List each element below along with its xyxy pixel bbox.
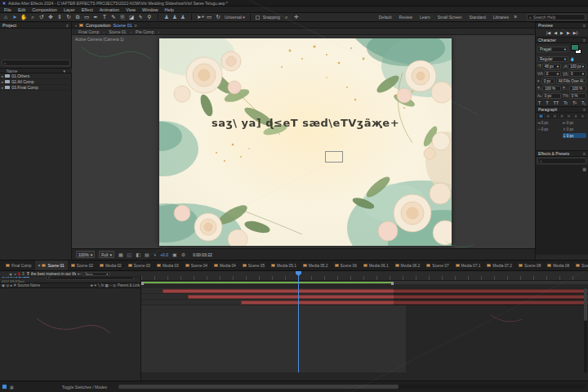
toggle-switches-modes-button[interactable]: Toggle Switches / Modes [62, 385, 107, 390]
right-indent-field[interactable]: ⇤0 px [563, 120, 586, 125]
layer-row[interactable]: ◉ ▸ 3 T the best moment in our life ♣ ⁄ … [0, 271, 141, 277]
composition-tab[interactable]: × Scene 03 [125, 261, 154, 271]
composition-tab[interactable]: × Scene 06 [332, 261, 360, 271]
region-of-interest-icon[interactable]: ▦ [118, 252, 123, 257]
align-button[interactable]: ≡ [580, 114, 586, 118]
time-ruler[interactable]: 00s10f20f01s10f20f02s10f20f03s10f20f04s1… [141, 271, 588, 281]
magnification-dropdown[interactable]: 100% ▾ [76, 251, 95, 258]
align-button[interactable]: ≡ [546, 114, 551, 118]
composition-tab[interactable]: × Media 08 [544, 261, 572, 271]
twirl-icon[interactable]: ▸ [15, 272, 16, 276]
panel-menu-icon[interactable]: ≡ [583, 38, 586, 42]
character-panel-header[interactable]: Character ≡ [536, 37, 588, 43]
timeline-track-area[interactable]: 00s10f20f01s10f20f02s10f20f03s10f20f04s1… [141, 271, 588, 381]
label-color-chip[interactable] [18, 272, 20, 276]
composition-viewport[interactable] [159, 38, 452, 246]
parent-link-dropdown[interactable]: None▾ [82, 272, 110, 276]
project-panel-tab[interactable]: Project ≡ [0, 22, 71, 29]
transport-button[interactable]: |◀ [546, 30, 550, 35]
person-tool-icon[interactable]: ♟ [172, 15, 178, 20]
expand-icon[interactable]: ✛ [293, 15, 300, 20]
workspace-tab[interactable]: Learn [420, 15, 430, 20]
breadcrumb[interactable]: Scene 01 ‹ [109, 29, 131, 34]
color-management-icon[interactable]: ◑ [154, 252, 157, 257]
tool-icon[interactable]: ↺ [38, 15, 45, 20]
snapshot-icon[interactable]: ▣ [172, 252, 177, 257]
wedding-title-text[interactable]: ѕaʒ\ ya] ɖ≤eT ѕæd\eTVʒãҗe+ [159, 117, 452, 129]
leading-field[interactable]: 100 px▾ [568, 64, 586, 69]
fill-color-swatch[interactable] [571, 44, 579, 51]
tool-icon[interactable]: ✥ [47, 15, 54, 20]
scrollbar-thumb[interactable] [118, 385, 399, 389]
composition-tab[interactable]: × Media 05.2 [300, 261, 332, 271]
tracking-field[interactable]: 0▾ [568, 71, 586, 77]
space-after-field[interactable]: ↧0 px [563, 133, 586, 138]
eyedropper-icon[interactable]: 💧 [570, 57, 575, 61]
person-tool-icon[interactable]: ♟ [180, 15, 186, 20]
space-before-field[interactable]: ↥0 px [563, 127, 586, 131]
work-area-end-handle[interactable] [391, 282, 394, 285]
composition-tab-label[interactable]: Composition [86, 23, 111, 28]
paragraph-panel-header[interactable]: Paragraph ≡ [536, 106, 588, 113]
project-search-input[interactable]: ⌕ [2, 60, 70, 66]
composition-tab[interactable]: × Media 06.1 [360, 261, 392, 271]
panel-menu-icon[interactable]: ≡ [583, 151, 586, 156]
scrollbar-thumb[interactable] [584, 288, 587, 321]
playhead[interactable] [298, 271, 299, 372]
menu-item[interactable]: Layer [64, 7, 75, 12]
project-folder-row[interactable]: ▸ 01.Others [0, 74, 72, 79]
stroke-width-field[interactable]: 0 px [541, 78, 555, 84]
tool-icon[interactable]: ▭ [83, 15, 90, 20]
composition-tab-comp-name[interactable]: Scene 01 [114, 23, 132, 28]
workspace-overflow-icon[interactable]: » [512, 15, 519, 20]
exposure-value[interactable]: +0.0 [160, 252, 168, 257]
extra-tool-icon[interactable]: ▭ [206, 15, 212, 20]
faux-style-button[interactable]: T¹ [572, 100, 577, 105]
menu-item[interactable]: Window [142, 7, 158, 12]
faux-style-button[interactable]: T [546, 100, 548, 105]
twirl-icon[interactable]: ▸ [2, 80, 3, 84]
column-options-icon[interactable]: ▾ [63, 69, 65, 74]
vertical-scale-field[interactable]: 100 % [542, 86, 561, 91]
composition-tab[interactable]: × Scene 02 [68, 261, 96, 271]
breadcrumb[interactable]: Pre Comp ‹ [136, 29, 159, 34]
tool-icon[interactable]: ⌕ [29, 15, 36, 20]
composition-tab[interactable]: × Final Comp [2, 261, 35, 271]
menu-item[interactable]: File [4, 7, 11, 12]
active-camera-label[interactable]: Active Camera (Camera 1) [75, 37, 123, 42]
panel-menu-icon[interactable]: ≡ [583, 107, 586, 112]
eye-icon[interactable]: ◉ [8, 272, 13, 276]
effects-panel-header[interactable]: Effects & Presets ≡ [536, 150, 588, 157]
composition-tab[interactable]: × Media 07.2 [483, 261, 515, 271]
composition-tab[interactable]: × Media 03 [154, 261, 182, 271]
panel-menu-icon[interactable]: ≡ [135, 23, 137, 28]
composition-tab[interactable]: × Media 07.1 [452, 261, 484, 271]
zoom-snap-icon[interactable]: ⌕ [283, 15, 290, 20]
composition-mini-icon[interactable]: ▦ [10, 385, 14, 390]
settings-icon[interactable]: ⚙ [181, 252, 185, 257]
fill-order-dropdown[interactable]: All Fills Over Al...▾ [556, 78, 586, 84]
composition-tab[interactable]: × Scene 04 [182, 261, 211, 271]
workspace-tab[interactable]: Standard [470, 15, 486, 20]
font-size-field[interactable]: 48 px▾ [542, 64, 561, 69]
horizontal-scale-field[interactable]: 100 % [569, 86, 586, 91]
align-button[interactable]: ≡ [559, 114, 565, 118]
text-color-swatches[interactable] [570, 44, 583, 55]
menu-item[interactable]: Edit [18, 7, 25, 12]
panel-menu-icon[interactable]: ≡ [66, 23, 69, 28]
layer-name[interactable]: the best moment in our life [31, 272, 76, 276]
help-search-box[interactable]: ⌕ Search Help [527, 14, 586, 20]
timeline-horizontal-scrollbar[interactable] [118, 385, 586, 389]
tool-icon[interactable]: ✋ [20, 15, 27, 20]
work-area-bar[interactable] [141, 282, 394, 283]
extra-tool-icon[interactable]: ➤+ [197, 15, 203, 20]
transport-button[interactable]: ▶ [560, 30, 564, 35]
layer-selection-handle[interactable] [325, 151, 343, 163]
back-chevron-icon[interactable]: ‹ [75, 23, 77, 28]
kerning-field[interactable]: 0▾ [544, 71, 561, 77]
menu-item[interactable]: Composition [32, 7, 57, 12]
composition-tab[interactable]: × Scene 05 [239, 261, 268, 271]
font-style-dropdown[interactable]: Regular▾ [537, 56, 568, 62]
effects-search-input[interactable]: ⌕ [537, 158, 586, 164]
menu-item[interactable]: View [126, 7, 136, 12]
